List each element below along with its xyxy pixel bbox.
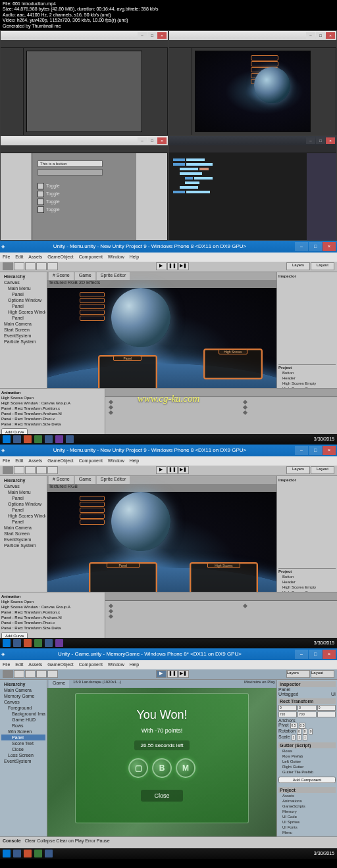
windows-taskbar[interactable]: 3/30/2015	[0, 638, 337, 648]
tab-scene[interactable]: # Scene	[49, 272, 74, 280]
taskbar-icon[interactable]	[34, 435, 42, 443]
menu-gameobject[interactable]: GameObject	[47, 662, 73, 667]
scene-viewport[interactable]: Panel High Scores	[47, 288, 276, 388]
inspector-panel[interactable]	[136, 153, 168, 240]
minimize-button[interactable]: –	[295, 650, 308, 659]
pause-button[interactable]: ❚❚	[167, 262, 178, 270]
anim-prop[interactable]: High Scores Window : Canvas Group.A	[1, 604, 103, 610]
inspector-panel[interactable]: Inspector Project Button Header High Sco…	[276, 476, 337, 592]
rotate-tool[interactable]	[25, 466, 36, 474]
project-item[interactable]: Button	[278, 370, 336, 375]
hierarchy-panel[interactable]: Hierarchy Canvas Main Menu Panel Options…	[0, 272, 47, 388]
taskbar-icon[interactable]	[13, 435, 21, 443]
play-button[interactable]: ▶	[156, 670, 167, 678]
menu-edit[interactable]: Edit	[15, 254, 23, 259]
hand-tool[interactable]	[3, 262, 13, 270]
toggle[interactable]: Toggle	[38, 206, 131, 213]
close-button[interactable]: ×	[323, 242, 336, 251]
pivot-x[interactable]: 0.5	[290, 723, 298, 729]
minimize-button[interactable]: –	[295, 446, 308, 455]
animation-panel[interactable]: Animation High Scores Open High Scores W…	[0, 388, 337, 434]
scene-viewport[interactable]: This is a button Toggle Toggle Toggle To…	[32, 153, 136, 240]
project-item[interactable]: UI Code	[278, 814, 336, 819]
hierarchy-item[interactable]: Particle System	[1, 339, 45, 345]
start-button[interactable]	[3, 639, 11, 647]
menu-gameobject[interactable]: GameObject	[47, 458, 73, 463]
keyframe[interactable]	[243, 410, 247, 415]
hierarchy-item[interactable]: Main Camera	[1, 525, 45, 531]
taskbar-icon[interactable]	[13, 639, 21, 647]
layers-dropdown[interactable]: Layers	[286, 466, 310, 474]
scale-tool[interactable]	[36, 466, 47, 474]
scene-viewport[interactable]: Panel High Scores	[47, 492, 276, 592]
project-item[interactable]: Header	[278, 579, 336, 585]
hierarchy-item[interactable]: Main Menu	[1, 285, 45, 291]
console-collapse[interactable]: Collapse	[37, 838, 55, 843]
add-component-button[interactable]: Add Component	[278, 777, 336, 783]
taskbar-icon[interactable]	[66, 435, 74, 443]
hierarchy-item[interactable]: Rows	[1, 723, 45, 729]
tab-game[interactable]: Game	[49, 680, 69, 688]
taskbar-clock[interactable]: 3/30/2015	[314, 851, 334, 856]
play-button[interactable]: ▶	[156, 262, 167, 270]
project-item[interactable]: High Scores Empty	[278, 381, 336, 386]
minimize-button[interactable]: –	[295, 242, 308, 251]
close-button[interactable]: ×	[323, 446, 336, 455]
rotate-tool[interactable]	[25, 262, 36, 270]
hierarchy-panel[interactable]	[169, 48, 192, 135]
game-token[interactable]: ▢	[128, 758, 148, 778]
script-header[interactable]: Gutter (Script)	[278, 742, 336, 748]
hierarchy-item[interactable]: Score Text	[1, 740, 45, 746]
menu-assets[interactable]: Assets	[28, 254, 42, 259]
inspector-panel[interactable]: Inspector Panel Untagged UI Rect Transfo…	[276, 680, 337, 836]
anim-prop[interactable]: Panel : Rect Transform.Anchors.M	[1, 411, 103, 416]
keyframe[interactable]	[243, 400, 247, 404]
anim-prop[interactable]: Panel : Rect Transform.Pivot.x	[1, 620, 103, 625]
highscores-panel[interactable]: High Scores	[203, 349, 263, 379]
taskbar-icon[interactable]	[34, 850, 42, 857]
windows-taskbar[interactable]: 3/30/2015	[0, 434, 337, 445]
keyframe[interactable]	[243, 604, 247, 608]
step-button[interactable]: ▶❚	[178, 262, 189, 270]
hierarchy-panel[interactable]	[1, 48, 24, 135]
anim-clip[interactable]: High Scores Open	[1, 395, 103, 400]
inspector-panel[interactable]: Inspector Project Button Header High Sco…	[276, 272, 337, 388]
hierarchy-item[interactable]: Memory Game	[1, 693, 45, 699]
rect-tool[interactable]	[47, 466, 58, 474]
menu-button[interactable]	[251, 55, 278, 60]
menu-window[interactable]: Window	[108, 662, 124, 667]
hierarchy-item[interactable]: Panel	[1, 315, 45, 321]
inspector-panel[interactable]	[145, 48, 168, 135]
scene-panel[interactable]: # Scene Game Sprite Editor Textured RGB …	[47, 272, 276, 388]
hierarchy-item[interactable]: Options Window	[1, 297, 45, 303]
taskbar-icon[interactable]	[13, 850, 21, 857]
hierarchy-panel[interactable]: Hierarchy Main Camera Memory Game Canvas…	[0, 680, 47, 836]
minimize-button[interactable]: –	[306, 137, 315, 144]
scene-panel[interactable]: # Scene Game Sprite Editor Textured RGB	[47, 476, 276, 592]
animation-timeline[interactable]	[105, 389, 337, 434]
menu-button[interactable]	[80, 508, 105, 513]
maximize-button[interactable]: □	[309, 446, 322, 455]
rect-tool[interactable]	[47, 262, 58, 270]
console-clear[interactable]: Clear	[24, 838, 36, 843]
tab-game[interactable]: Game	[75, 476, 95, 484]
menu-edit[interactable]: Edit	[15, 662, 23, 667]
width[interactable]: 720	[278, 711, 297, 717]
maximize-button[interactable]: □	[309, 650, 322, 659]
taskbar-clock[interactable]: 3/30/2015	[314, 640, 334, 645]
keyframe[interactable]	[109, 400, 113, 404]
tab-sprite[interactable]: Sprite Editor	[97, 272, 130, 280]
menu-button[interactable]	[251, 79, 278, 84]
menu-help[interactable]: Help	[130, 458, 139, 463]
maximize-button[interactable]: □	[147, 32, 157, 39]
hierarchy-item[interactable]: High Scores Window	[1, 513, 45, 519]
menu-help[interactable]: Help	[130, 662, 139, 667]
project-item[interactable]: UI Sprites	[278, 819, 336, 825]
highscores-panel[interactable]: High Scores	[190, 562, 258, 592]
scale-tool[interactable]	[36, 262, 47, 270]
taskbar-icon[interactable]	[55, 639, 63, 647]
menu-gameobject[interactable]: GameObject	[47, 254, 73, 259]
hierarchy-panel[interactable]: Hierarchy Canvas Main Menu Panel Options…	[0, 476, 47, 592]
project-item[interactable]: Assets	[278, 793, 336, 798]
hierarchy-item[interactable]: Win Screen	[1, 729, 45, 735]
